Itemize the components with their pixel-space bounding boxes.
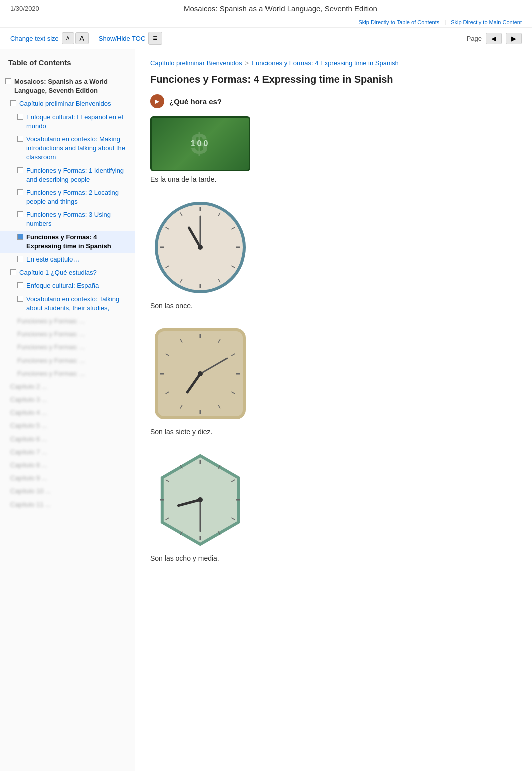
toc-item-10[interactable]: Enfoque cultural: España [0,279,135,292]
clock-item-clock1: Son las once. [150,197,517,310]
toc-item-25[interactable]: Capítulo 10 ... [0,485,135,498]
date-label: 1/30/2020 [10,5,39,12]
toc-item-26[interactable]: Capítulo 11 ... [0,498,135,511]
toc-item-label-24: Capítulo 9 ... [10,474,47,483]
toc-item-label-7: Funciones y Formas: 4 Expressing time in… [26,233,127,251]
clock-item-clock2: Son las siete y diez. [150,324,517,436]
toc-checkbox-5 [17,189,23,195]
toc-items-container: Mosaicos: Spanish as a World Language, S… [0,75,135,511]
toc-checkbox-8 [17,256,23,262]
clock-caption-dollar: Es la una de la tarde. [150,175,517,183]
page-label: Page [467,35,482,42]
skip-links-separator: | [444,19,446,25]
toc-item-label-14: Funciones y Formas: ... [17,343,85,352]
section-intro: ► ¿Qué hora es? [150,94,517,108]
dollar-bill-text: 100 [191,139,210,148]
skip-links: Skip Directly to Table of Contents | Ski… [0,17,532,28]
toc-item-label-3: Vocabulario en contexto: Making introduc… [26,135,127,162]
toc-item-24[interactable]: Capítulo 9 ... [0,472,135,485]
toc-item-label-8: En este capítulo… [26,255,79,264]
toc-item-label-12: Funciones y Formas: ... [17,317,85,326]
toc-item-16[interactable]: Funciones y Formas: ... [0,367,135,380]
toc-item-4[interactable]: Funciones y Formas: 1 Identifying and de… [0,164,135,186]
toc-item-label-15: Funciones y Formas: ... [17,356,85,365]
toc-toggle-button[interactable]: ≡ [148,32,162,45]
breadcrumb-separator: > [245,59,249,67]
toc-item-3[interactable]: Vocabulario en contexto: Making introduc… [0,133,135,164]
toc-item-14[interactable]: Funciones y Formas: ... [0,341,135,354]
toc-item-label-20: Capítulo 5 ... [10,421,47,430]
toc-item-label-1: Capítulo preliminar Bienvenidos [19,99,111,108]
toc-item-7[interactable]: Funciones y Formas: 4 Expressing time in… [0,231,135,253]
prev-page-button[interactable]: ◀ [486,33,502,44]
toc-item-13[interactable]: Funciones y Formas: ... [0,328,135,341]
top-bar: 1/30/2020 Mosaicos: Spanish as a World L… [0,0,532,17]
toc-item-21[interactable]: Capítulo 6 ... [0,433,135,446]
toc-item-0[interactable]: Mosaicos: Spanish as a World Language, S… [0,75,135,97]
toc-item-8[interactable]: En este capítulo… [0,253,135,266]
change-text-size-label: Change text size [10,35,59,42]
main-layout: Table of Contents Mosaicos: Spanish as a… [0,49,532,771]
page-navigation: Page ◀ ▶ [467,33,522,44]
toc-item-label-26: Capítulo 11 ... [10,500,51,509]
toc-item-9[interactable]: Capítulo 1 ¿Qué estudias? [0,266,135,279]
breadcrumb-parent-link[interactable]: Capítulo preliminar Bienvenidos [150,59,242,67]
toc-item-label-17: Capítulo 2 ... [10,382,47,391]
toc-item-label-4: Funciones y Formas: 1 Identifying and de… [26,166,127,184]
section-icon: ► [150,94,164,108]
clock-caption-clock2: Son las siete y diez. [150,428,517,436]
toc-item-17[interactable]: Capítulo 2 ... [0,380,135,393]
toc-item-23[interactable]: Capítulo 8 ... [0,459,135,472]
toc-checkbox-10 [17,282,23,288]
clock-item-dollar: 100 Es la una de la tarde. [150,116,517,183]
toc-item-label-13: Funciones y Formas: ... [17,330,85,339]
text-size-small-button[interactable]: A [62,32,74,44]
toc-item-22[interactable]: Capítulo 7 ... [0,446,135,459]
toc-item-11[interactable]: Vocabulario en contexto: Talking about s… [0,293,135,315]
clock-image-clock1 [150,197,250,298]
toc-item-label-6: Funciones y Formas: 3 Using numbers [26,210,127,228]
toc-checkbox-6 [17,211,23,217]
toc-item-19[interactable]: Capítulo 4 ... [0,406,135,419]
clock-image-clock2 [150,324,250,424]
toc-item-label-18: Capítulo 3 ... [10,395,47,404]
toc-item-1[interactable]: Capítulo preliminar Bienvenidos [0,97,135,110]
toc-item-12[interactable]: Funciones y Formas: ... [0,315,135,328]
section-question: ¿Qué hora es? [169,97,222,106]
toc-item-15[interactable]: Funciones y Formas: ... [0,354,135,367]
text-size-buttons: A A [62,32,89,44]
show-hide-toc-control[interactable]: Show/Hide TOC ≡ [99,32,162,45]
toc-checkbox-7 [17,234,23,240]
toc-item-label-23: Capítulo 8 ... [10,461,47,470]
toc-item-label-21: Capítulo 6 ... [10,435,47,444]
next-page-button[interactable]: ▶ [506,33,522,44]
page-heading: Funciones y Formas: 4 Expressing time in… [150,74,517,85]
toc-checkbox-9 [10,269,16,275]
toc-item-20[interactable]: Capítulo 5 ... [0,419,135,432]
toc-item-label-25: Capítulo 10 ... [10,487,51,496]
toc-checkbox-11 [17,296,23,302]
toc-item-label-19: Capítulo 4 ... [10,408,47,417]
skip-to-toc-link[interactable]: Skip Directly to Table of Contents [358,19,439,25]
toolbar: Change text size A A Show/Hide TOC ≡ Pag… [0,28,532,49]
clock-items-container: 100 Es la una de la tarde. Son las once.… [150,116,517,562]
toc-item-5[interactable]: Funciones y Formas: 2 Locating people an… [0,186,135,208]
svg-point-47 [198,497,203,502]
toc-item-label-22: Capítulo 7 ... [10,448,47,457]
show-hide-toc-label: Show/Hide TOC [99,35,145,42]
toc-item-2[interactable]: Enfoque cultural: El español en el mundo [0,111,135,133]
change-text-size-control[interactable]: Change text size A A [10,32,89,44]
clock-caption-clock1: Son las once. [150,302,517,310]
toc-checkbox-1 [10,100,16,106]
clock-item-clock3: Son las ocho y media. [150,450,517,562]
toc-item-18[interactable]: Capítulo 3 ... [0,393,135,406]
clock-image-clock3 [150,450,250,550]
toc-item-label-11: Vocabulario en contexto: Talking about s… [26,295,127,313]
toc-item-6[interactable]: Funciones y Formas: 3 Using numbers [0,208,135,230]
clock-caption-clock3: Son las ocho y media. [150,554,517,562]
skip-to-main-link[interactable]: Skip Directly to Main Content [451,19,522,25]
toc-checkbox-3 [17,136,23,142]
breadcrumb-current: Funciones y Formas: 4 Expressing time in… [252,59,399,67]
content-area: Capítulo preliminar Bienvenidos > Funcio… [135,49,532,771]
text-size-large-button[interactable]: A [75,32,89,44]
